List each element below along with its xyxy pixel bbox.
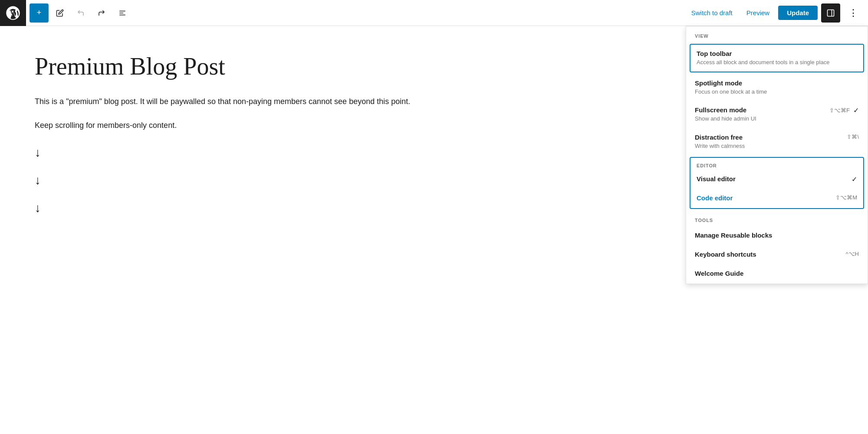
edit-tool-button[interactable] bbox=[50, 3, 69, 23]
add-block-button[interactable]: + bbox=[30, 3, 49, 23]
more-options-button[interactable]: ⋮ bbox=[844, 3, 863, 23]
view-section-label: VIEW bbox=[686, 26, 868, 42]
preview-button[interactable]: Preview bbox=[741, 6, 775, 20]
visual-editor-check-icon: ✓ bbox=[852, 175, 857, 183]
redo-button[interactable] bbox=[92, 3, 111, 23]
spotlight-mode-item[interactable]: Spotlight mode Focus on one block at a t… bbox=[686, 74, 868, 101]
manage-reusable-blocks-title: Manage Reusable blocks bbox=[695, 232, 772, 239]
redo-icon bbox=[98, 9, 105, 17]
fullscreen-check-icon: ✓ bbox=[853, 106, 859, 114]
fullscreen-mode-item[interactable]: Fullscreen mode Show and hide admin UI ⇧… bbox=[686, 101, 868, 128]
top-toolbar-title: Top toolbar bbox=[697, 50, 829, 57]
svg-rect-3 bbox=[828, 10, 834, 16]
distraction-free-text: Distraction free Write with calmness bbox=[695, 134, 745, 150]
manage-reusable-blocks-text: Manage Reusable blocks bbox=[695, 232, 772, 240]
code-editor-right: ⇧⌥⌘M bbox=[835, 194, 857, 201]
distraction-free-desc: Write with calmness bbox=[695, 142, 745, 150]
undo-button[interactable] bbox=[71, 3, 90, 23]
fullscreen-mode-desc: Show and hide admin UI bbox=[695, 115, 756, 123]
visual-editor-title: Visual editor bbox=[697, 175, 736, 183]
code-editor-text: Code editor bbox=[697, 194, 733, 203]
toolbar: + Switch to draft Preview Update ⋮ bbox=[0, 0, 868, 26]
top-toolbar-text: Top toolbar Access all block and documen… bbox=[697, 50, 829, 66]
keyboard-shortcuts-right: ^⌥H bbox=[846, 251, 859, 257]
distraction-free-item[interactable]: Distraction free Write with calmness ⇧⌘\ bbox=[686, 128, 868, 155]
spotlight-mode-desc: Focus on one block at a time bbox=[695, 88, 767, 96]
fullscreen-shortcut: ⇧⌥⌘F bbox=[829, 107, 850, 114]
manage-reusable-blocks-item[interactable]: Manage Reusable blocks bbox=[686, 226, 868, 245]
keyboard-shortcuts-item[interactable]: Keyboard shortcuts ^⌥H bbox=[686, 245, 868, 264]
toolbar-right-buttons: Switch to draft Preview Update ⋮ bbox=[686, 3, 863, 23]
welcome-guide-title: Welcome Guide bbox=[695, 270, 743, 277]
wordpress-logo-icon bbox=[5, 5, 21, 21]
tools-section-label: TOOLS bbox=[686, 211, 868, 226]
main-area: Premium Blog Post This is a "premium" bl… bbox=[0, 26, 868, 434]
welcome-guide-item[interactable]: Welcome Guide bbox=[686, 264, 868, 284]
spotlight-mode-text: Spotlight mode Focus on one block at a t… bbox=[695, 79, 767, 96]
visual-editor-text: Visual editor bbox=[697, 175, 736, 184]
visual-editor-right: ✓ bbox=[852, 175, 857, 183]
keyboard-shortcuts-title: Keyboard shortcuts bbox=[695, 251, 756, 258]
sidebar-toggle-button[interactable] bbox=[821, 3, 840, 23]
sidebar-icon bbox=[826, 9, 835, 17]
distraction-free-right: ⇧⌘\ bbox=[847, 134, 859, 140]
switch-to-draft-button[interactable]: Switch to draft bbox=[686, 6, 738, 20]
distraction-free-title: Distraction free bbox=[695, 134, 745, 141]
undo-icon bbox=[77, 9, 85, 17]
toolbar-left-buttons: + bbox=[30, 3, 132, 23]
editor-section: EDITOR Visual editor ✓ Code editor ⇧⌥⌘M bbox=[690, 157, 864, 209]
update-button[interactable]: Update bbox=[778, 6, 818, 20]
visual-editor-item[interactable]: Visual editor ✓ bbox=[690, 170, 863, 189]
plus-icon: + bbox=[37, 8, 42, 17]
keyboard-shortcuts-text: Keyboard shortcuts bbox=[695, 251, 756, 259]
distraction-free-shortcut: ⇧⌘\ bbox=[847, 134, 859, 140]
fullscreen-mode-title: Fullscreen mode bbox=[695, 106, 756, 114]
top-toolbar-item[interactable]: Top toolbar Access all block and documen… bbox=[690, 44, 864, 72]
keyboard-shortcut: ^⌥H bbox=[846, 251, 859, 257]
welcome-guide-text: Welcome Guide bbox=[695, 270, 743, 278]
options-dropdown: VIEW Top toolbar Access all block and do… bbox=[686, 26, 868, 284]
spotlight-mode-title: Spotlight mode bbox=[695, 79, 767, 87]
code-editor-shortcut: ⇧⌥⌘M bbox=[835, 194, 857, 201]
editor-section-label: EDITOR bbox=[690, 158, 863, 170]
top-toolbar-desc: Access all block and document tools in a… bbox=[697, 59, 829, 66]
pencil-icon bbox=[56, 9, 64, 17]
wp-logo bbox=[0, 0, 26, 26]
code-editor-title: Code editor bbox=[697, 194, 733, 202]
fullscreen-mode-right: ⇧⌥⌘F ✓ bbox=[829, 106, 859, 114]
document-overview-button[interactable] bbox=[113, 3, 132, 23]
code-editor-item[interactable]: Code editor ⇧⌥⌘M bbox=[690, 189, 863, 208]
list-view-icon bbox=[118, 9, 126, 17]
ellipsis-icon: ⋮ bbox=[848, 7, 858, 19]
fullscreen-mode-text: Fullscreen mode Show and hide admin UI bbox=[695, 106, 756, 123]
